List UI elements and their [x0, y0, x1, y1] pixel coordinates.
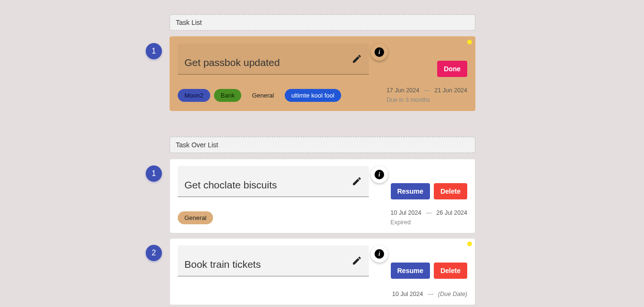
date-separator: --- [428, 291, 434, 297]
done-button[interactable]: Done [437, 61, 467, 77]
due-date: (Due Date) [438, 291, 467, 297]
task-card: Get passbok updated Done Moon2 Bank Gene… [170, 36, 475, 111]
task-title-text: Book train tickets [184, 259, 261, 270]
date-block: 10 Jul 2024 --- (Due Date) [392, 289, 467, 299]
info-button[interactable] [371, 245, 388, 263]
task-actions: Resume Delete [391, 263, 468, 279]
date-block: 10 Jul 2024 --- 26 Jul 2024 Expired [390, 208, 467, 227]
resume-button[interactable]: Resume [391, 263, 430, 279]
task-actions: Resume Delete [391, 183, 468, 199]
task-list-section-header: Task List [170, 14, 475, 31]
tag[interactable]: Moon2 [178, 89, 210, 102]
task-title-text: Get choclate biscuits [184, 179, 277, 190]
start-date: 17 Jun 2024 [386, 87, 419, 94]
delete-button[interactable]: Delete [434, 183, 467, 199]
tag[interactable]: Bank [214, 89, 242, 102]
task-index-badge: 1 [146, 43, 162, 59]
task-card: Get choclate biscuits Resume Delete Gene… [170, 159, 475, 233]
due-date: 26 Jul 2024 [436, 209, 467, 216]
task-title-text: Get passbok updated [184, 57, 280, 68]
task-index-badge: 2 [146, 245, 162, 261]
start-date: 10 Jul 2024 [390, 209, 421, 216]
due-status: Expired [390, 218, 467, 227]
edit-icon[interactable] [352, 255, 362, 266]
date-block: 17 Jun 2024 --- 21 Jun 2024 Due in 3 mon… [386, 86, 467, 105]
info-icon [375, 47, 384, 57]
status-dot [467, 40, 472, 44]
edit-icon[interactable] [352, 54, 362, 64]
due-date: 21 Jun 2024 [434, 87, 467, 94]
start-date: 10 Jul 2024 [392, 291, 423, 297]
task-title-field[interactable]: Get choclate biscuits [178, 166, 369, 197]
tag[interactable]: General [178, 211, 213, 224]
info-icon [375, 170, 384, 179]
task-title-field[interactable]: Get passbok updated [178, 44, 369, 75]
info-icon [375, 249, 384, 259]
resume-button[interactable]: Resume [391, 183, 430, 199]
page-root: Task List 1 Get passbok updated Done [0, 0, 644, 307]
info-button[interactable] [371, 44, 388, 61]
status-dot [467, 241, 472, 246]
task-over-list-section-header: Task Over List [170, 137, 475, 153]
task-actions: Done [437, 61, 467, 77]
info-button[interactable] [371, 166, 388, 183]
delete-button[interactable]: Delete [434, 263, 467, 279]
due-status: Due in 3 months [386, 95, 467, 105]
date-separator: --- [424, 87, 430, 94]
task-title-field[interactable]: Book train tickets [178, 245, 369, 276]
edit-icon[interactable] [352, 176, 362, 186]
task-row: 1 Get passbok updated Done Moon2 [170, 36, 475, 111]
tag[interactable]: ultimte kool fool [285, 89, 341, 102]
tag[interactable]: General [245, 89, 280, 102]
task-card: Book train tickets Resume Delete 10 Jul … [170, 238, 475, 305]
date-separator: --- [426, 209, 432, 216]
content-column: Task List 1 Get passbok updated Done [170, 14, 475, 307]
task-row: 2 Book train tickets Resume Delete [170, 238, 475, 305]
task-index-badge: 1 [146, 165, 162, 182]
task-row: 1 Get choclate biscuits Resume Delete G [170, 159, 475, 233]
